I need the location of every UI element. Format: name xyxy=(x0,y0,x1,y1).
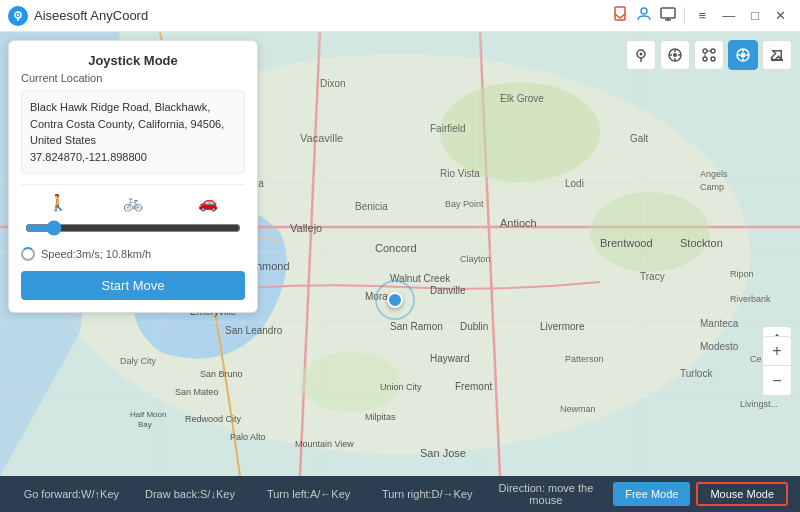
map-container[interactable]: Santa Rosa Dixon Elk Grove Vacaville Fai… xyxy=(0,32,800,476)
speed-slider[interactable] xyxy=(25,220,241,236)
export-btn[interactable] xyxy=(762,40,792,70)
svg-point-79 xyxy=(711,49,715,53)
panel-title: Joystick Mode xyxy=(21,53,245,68)
user-icon-btn[interactable] xyxy=(632,2,656,30)
svg-text:Redwood City: Redwood City xyxy=(185,414,242,424)
restore-btn[interactable]: □ xyxy=(745,4,765,27)
svg-text:Galt: Galt xyxy=(630,133,649,144)
svg-text:Livermore: Livermore xyxy=(540,321,585,332)
location-pin-btn[interactable] xyxy=(626,40,656,70)
svg-text:Dixon: Dixon xyxy=(320,78,346,89)
speed-text: Speed:3m/s; 10.8km/h xyxy=(41,248,151,260)
svg-text:Patterson: Patterson xyxy=(565,354,604,364)
speed-modes: 🚶 🚲 🚗 xyxy=(21,193,245,212)
location-marker xyxy=(387,292,403,308)
svg-text:Palo Alto: Palo Alto xyxy=(230,432,266,442)
status-bar: Go forward:W/↑Key Draw back:S/↓Key Turn … xyxy=(0,476,800,512)
svg-text:Angels: Angels xyxy=(700,169,728,179)
svg-point-73 xyxy=(673,53,677,57)
svg-point-4 xyxy=(641,8,647,14)
svg-point-1 xyxy=(17,13,19,15)
svg-text:Daly City: Daly City xyxy=(120,356,157,366)
svg-point-70 xyxy=(640,53,643,56)
svg-text:San Leandro: San Leandro xyxy=(225,325,283,336)
svg-text:Hayward: Hayward xyxy=(430,353,469,364)
divider xyxy=(21,184,245,185)
svg-text:Bay: Bay xyxy=(138,420,152,429)
svg-text:Rio Vista: Rio Vista xyxy=(440,168,480,179)
svg-text:Turlock: Turlock xyxy=(680,368,713,379)
svg-text:Vacaville: Vacaville xyxy=(300,132,343,144)
bike-icon[interactable]: 🚲 xyxy=(123,193,143,212)
zoom-out-btn[interactable]: − xyxy=(762,366,792,396)
svg-text:Dublin: Dublin xyxy=(460,321,488,332)
multi-route-btn[interactable] xyxy=(694,40,724,70)
svg-text:Ripon: Ripon xyxy=(730,269,754,279)
status-left: Turn left:A/←Key xyxy=(249,488,368,500)
bookmark-icon-btn[interactable] xyxy=(608,2,632,30)
zoom-in-btn[interactable]: + xyxy=(762,336,792,366)
svg-text:Manteca: Manteca xyxy=(700,318,739,329)
svg-text:Elk Grove: Elk Grove xyxy=(500,93,544,104)
route-btn[interactable] xyxy=(660,40,690,70)
close-btn[interactable]: ✕ xyxy=(769,4,792,27)
monitor-icon-btn[interactable] xyxy=(656,2,680,30)
svg-text:Danville: Danville xyxy=(430,285,466,296)
minimize-btn[interactable]: — xyxy=(716,4,741,27)
status-right: Turn right:D/→Key xyxy=(368,488,487,500)
svg-rect-5 xyxy=(661,8,675,18)
svg-text:Fairfield: Fairfield xyxy=(430,123,466,134)
svg-text:Camp: Camp xyxy=(700,182,724,192)
svg-text:San Jose: San Jose xyxy=(420,447,466,459)
svg-text:Vallejo: Vallejo xyxy=(290,222,322,234)
svg-text:Stockton: Stockton xyxy=(680,237,723,249)
joystick-btn[interactable] xyxy=(728,40,758,70)
svg-text:Livingst...: Livingst... xyxy=(740,399,778,409)
svg-text:Newman: Newman xyxy=(560,404,596,414)
svg-point-80 xyxy=(703,57,707,61)
svg-text:Brentwood: Brentwood xyxy=(600,237,653,249)
current-location-label: Current Location xyxy=(21,72,245,84)
svg-text:Modesto: Modesto xyxy=(700,341,739,352)
mode-buttons: Free Mode Mouse Mode xyxy=(613,482,788,506)
svg-text:Riverbank: Riverbank xyxy=(730,294,771,304)
app-title: Aiseesoft AnyCoord xyxy=(34,8,608,23)
status-direction: Direction: move the mouse xyxy=(487,482,606,506)
svg-text:Mountain View: Mountain View xyxy=(295,439,354,449)
status-forward: Go forward:W/↑Key xyxy=(12,488,131,500)
speed-slider-wrap xyxy=(21,220,245,239)
svg-text:Clayton: Clayton xyxy=(460,254,491,264)
start-move-btn[interactable]: Start Move xyxy=(21,271,245,300)
svg-text:Concord: Concord xyxy=(375,242,417,254)
location-address: Black Hawk Ridge Road, Blackhawk, Contra… xyxy=(21,90,245,174)
svg-text:San Bruno: San Bruno xyxy=(200,369,243,379)
svg-text:San Mateo: San Mateo xyxy=(175,387,219,397)
free-mode-btn[interactable]: Free Mode xyxy=(613,482,690,506)
svg-text:Bay Point: Bay Point xyxy=(445,199,484,209)
svg-text:Tracy: Tracy xyxy=(640,271,665,282)
main-content: Santa Rosa Dixon Elk Grove Vacaville Fai… xyxy=(0,32,800,512)
svg-point-78 xyxy=(703,49,707,53)
svg-text:Milpitas: Milpitas xyxy=(365,412,396,422)
svg-point-11 xyxy=(590,192,710,272)
window-controls: ≡ — □ ✕ xyxy=(680,4,792,27)
side-panel: Joystick Mode Current Location Black Haw… xyxy=(8,40,258,313)
svg-rect-90 xyxy=(771,59,783,61)
svg-text:Antioch: Antioch xyxy=(500,217,537,229)
mouse-mode-btn[interactable]: Mouse Mode xyxy=(696,482,788,506)
titlebar: Aiseesoft AnyCoord ≡ — □ ✕ xyxy=(0,0,800,32)
status-back: Draw back:S/↓Key xyxy=(131,488,250,500)
svg-text:Lodi: Lodi xyxy=(565,178,584,189)
walk-icon[interactable]: 🚶 xyxy=(48,193,68,212)
svg-text:Fremont: Fremont xyxy=(455,381,492,392)
svg-text:Half Moon: Half Moon xyxy=(130,410,166,419)
app-logo xyxy=(8,6,28,26)
menu-btn[interactable]: ≡ xyxy=(693,4,713,27)
speed-info: Speed:3m/s; 10.8km/h xyxy=(21,247,245,261)
svg-text:Union City: Union City xyxy=(380,382,422,392)
svg-point-81 xyxy=(711,57,715,61)
svg-text:Benicia: Benicia xyxy=(355,201,388,212)
svg-text:San Ramon: San Ramon xyxy=(390,321,443,332)
car-icon[interactable]: 🚗 xyxy=(198,193,218,212)
zoom-controls: + − xyxy=(762,336,792,396)
